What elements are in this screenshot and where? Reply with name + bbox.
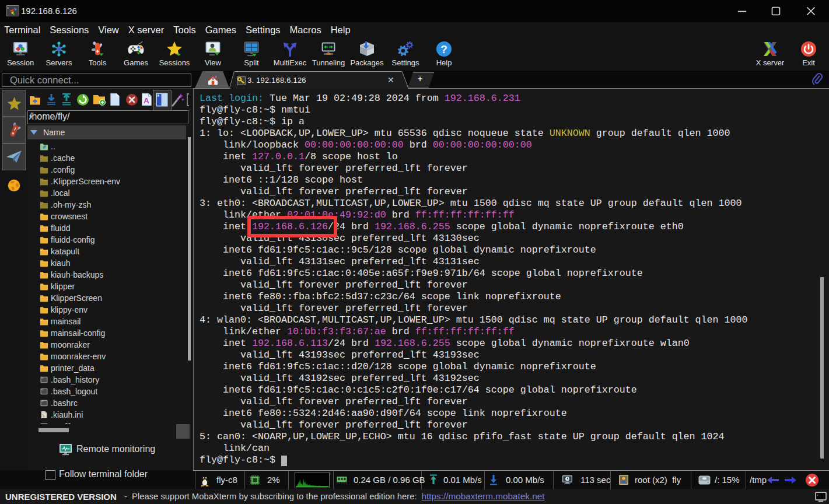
svg-text:A: A bbox=[144, 96, 149, 105]
svg-text:?: ? bbox=[440, 43, 447, 55]
